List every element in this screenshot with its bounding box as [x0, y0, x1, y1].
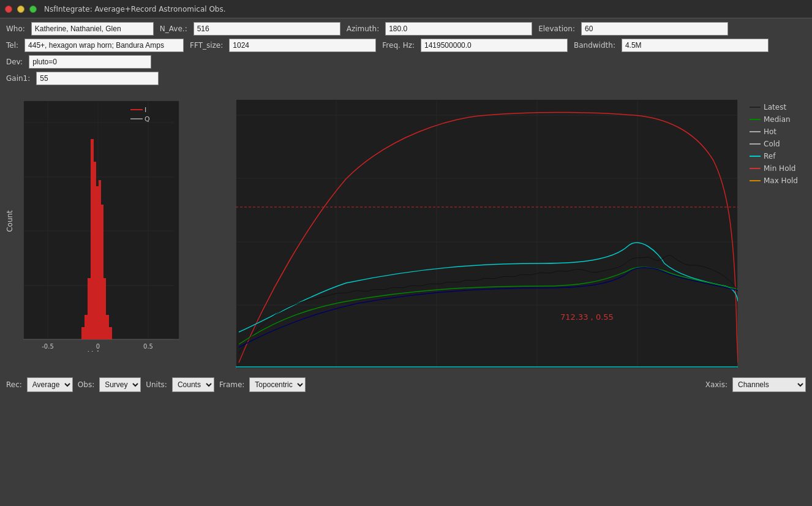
controls-panel: Who: N_Ave.: Azimuth: Elevation: Tel: FF… [0, 18, 812, 92]
title-bar: NsfIntegrate: Average+Record Astronomica… [0, 0, 812, 18]
legend-latest: Latest [750, 103, 808, 111]
window-title: NsfIntegrate: Average+Record Astronomica… [44, 5, 226, 13]
freqhz-input[interactable] [421, 39, 568, 52]
tel-input[interactable] [24, 39, 184, 52]
azimuth-input[interactable] [385, 22, 532, 36]
azimuth-label: Azimuth: [347, 25, 380, 33]
legend-median: Median [750, 115, 808, 124]
legend-cold: Cold [750, 140, 808, 148]
legend-cold-label: Cold [764, 140, 780, 148]
svg-rect-18 [94, 162, 96, 339]
svg-rect-26 [106, 315, 109, 339]
legend-hot: Hot [750, 127, 808, 136]
svg-rect-27 [109, 327, 112, 339]
units-select[interactable]: Counts [172, 377, 214, 392]
rec-select[interactable]: Average [27, 377, 73, 392]
svg-text:712.33 , 0.55: 712.33 , 0.55 [560, 312, 614, 322]
svg-text:Value: Value [88, 350, 108, 352]
elevation-input[interactable] [581, 22, 728, 36]
legend-cold-line [750, 143, 761, 145]
who-input[interactable] [31, 22, 154, 36]
bottom-row-1: Rec: Average Obs: Survey Units: Counts F… [6, 377, 806, 392]
who-label: Who: [6, 25, 25, 33]
svg-text:0: 0 [96, 343, 100, 350]
dev-label: Dev: [6, 58, 23, 66]
bandwidth-label: Bandwidth: [574, 41, 615, 50]
xaxis-label: Xaxis: [705, 380, 727, 389]
tel-label: Tel: [6, 41, 18, 50]
svg-rect-33 [236, 99, 738, 369]
control-row-1: Who: N_Ave.: Azimuth: Elevation: [6, 22, 806, 36]
main-chart-panel: 0 2 4 6 8 0 200 400 600 800 1,000 [211, 93, 812, 372]
main-chart-svg: 0 2 4 6 8 0 200 400 600 800 1,000 [236, 99, 738, 369]
svg-text:0.5: 0.5 [143, 343, 153, 350]
minimize-button[interactable] [17, 6, 24, 13]
svg-rect-23 [99, 180, 101, 339]
control-row-4: Gain1: [6, 72, 806, 85]
xaxis-select[interactable]: Channels [732, 377, 806, 392]
legend-ref: Ref [750, 152, 808, 160]
legend-median-line [750, 119, 761, 120]
dev-input[interactable] [29, 55, 151, 69]
legend-hot-line [750, 131, 761, 132]
close-button[interactable] [5, 6, 12, 13]
legend-ref-line [750, 156, 761, 157]
legend-maxhold-label: Max Hold [764, 176, 798, 185]
legend-latest-line [750, 107, 761, 108]
freqhz-label: Freq. Hz: [382, 41, 415, 50]
svg-rect-25 [103, 278, 106, 339]
legend-maxhold: Max Hold [750, 176, 808, 185]
frame-select[interactable]: Topocentric [249, 377, 306, 392]
frame-label: Frame: [219, 380, 244, 389]
obs-select[interactable]: Survey [99, 377, 141, 392]
svg-rect-21 [85, 315, 88, 339]
control-row-3: Dev: [6, 55, 806, 69]
svg-rect-24 [101, 205, 103, 339]
maximize-button[interactable] [29, 6, 37, 13]
svg-rect-17 [91, 139, 94, 339]
obs-label: Obs: [78, 380, 94, 389]
legend-ref-label: Ref [764, 152, 775, 160]
rec-label: Rec: [6, 380, 22, 389]
histogram-yaxis-label: Count [6, 210, 14, 232]
bandwidth-input[interactable] [622, 39, 769, 52]
fftsize-input[interactable] [229, 39, 376, 52]
svg-rect-22 [81, 327, 85, 339]
nave-input[interactable] [194, 22, 340, 36]
gain-input[interactable] [36, 72, 159, 85]
legend-minhold-label: Min Hold [764, 164, 795, 173]
svg-text:-0.5: -0.5 [42, 343, 54, 350]
units-label: Units: [146, 380, 167, 389]
svg-rect-19 [96, 186, 99, 339]
histogram-panel: Count 0 50 100 150 200 [5, 94, 189, 364]
legend-maxhold-line [750, 180, 761, 181]
nave-label: N_Ave.: [160, 25, 187, 33]
legend-hot-label: Hot [764, 127, 776, 136]
svg-rect-20 [88, 278, 91, 339]
bottom-controls: Rec: Average Obs: Survey Units: Counts F… [0, 374, 812, 396]
legend-latest-label: Latest [764, 103, 786, 111]
elevation-label: Elevation: [538, 25, 575, 33]
svg-text:Q: Q [145, 115, 150, 123]
fftsize-label: FFT_size: [190, 41, 223, 50]
histogram-svg: 0 50 100 150 200 -0.5 0 0.5 [23, 100, 179, 352]
chart-legend: Latest Median Hot Cold Ref Min Hold [746, 99, 812, 189]
svg-text:I: I [145, 106, 146, 114]
legend-minhold-line [750, 168, 761, 169]
left-panel: Count 0 50 100 150 200 [0, 92, 211, 374]
gain-label: Gain1: [6, 74, 30, 83]
legend-median-label: Median [764, 115, 791, 124]
control-row-2: Tel: FFT_size: Freq. Hz: Bandwidth: [6, 39, 806, 52]
legend-minhold: Min Hold [750, 164, 808, 173]
